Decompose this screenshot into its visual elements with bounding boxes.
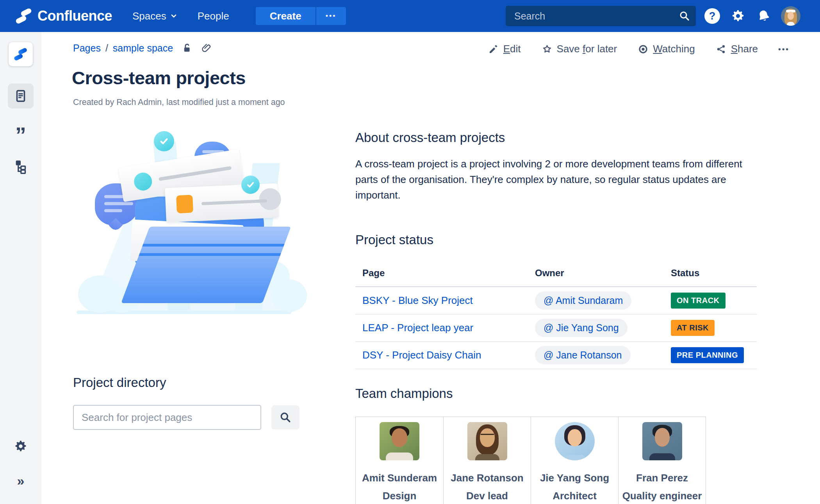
- status-badge: PRE PLANNING: [671, 347, 744, 363]
- status-badge: AT RISK: [671, 320, 715, 336]
- breadcrumb-space-link[interactable]: sample space: [113, 43, 173, 54]
- pages-icon: [13, 89, 28, 103]
- project-search-button[interactable]: [271, 405, 299, 429]
- project-status-heading: Project status: [355, 232, 433, 247]
- page-actions: Edit Save for later Watching Share •••: [488, 43, 790, 55]
- gear-icon: [730, 8, 746, 24]
- chevron-down-icon: [170, 12, 177, 20]
- member-role: Design: [383, 490, 417, 502]
- create-split-button: Create •••: [256, 7, 346, 25]
- member-role: Quality engineer: [622, 490, 702, 502]
- share-button[interactable]: Share: [715, 43, 758, 55]
- owner-mention-pill[interactable]: @ Amit Sundaram: [535, 291, 631, 310]
- member-photo: [555, 422, 595, 460]
- search-icon: [279, 411, 292, 424]
- page-byline: Created by Rach Admin, last modified jus…: [73, 98, 285, 107]
- people-label: People: [198, 10, 229, 22]
- member-photo: [467, 422, 507, 460]
- global-search[interactable]: [506, 6, 696, 26]
- check-circle-icon: [154, 131, 174, 151]
- double-chevron-right-icon: »: [17, 473, 25, 488]
- more-actions-button[interactable]: •••: [778, 45, 790, 53]
- column-header: Status: [671, 268, 757, 279]
- column-header: Owner: [535, 268, 671, 279]
- member-name: Amit Sunderam: [362, 472, 437, 484]
- quote-icon: ”: [15, 129, 26, 141]
- space-sidebar: ” »: [0, 32, 41, 504]
- project-status-table: Page Owner Status BSKY - Blue Sky Projec…: [355, 262, 757, 369]
- bell-icon: [755, 7, 773, 25]
- breadcrumb-pages-link[interactable]: Pages: [73, 43, 101, 54]
- member-photo: [642, 422, 682, 460]
- gear-icon: [13, 439, 28, 454]
- unlocked-icon[interactable]: [181, 42, 193, 54]
- global-search-input[interactable]: [506, 6, 696, 26]
- create-more-button[interactable]: •••: [316, 7, 346, 25]
- team-champions-heading: Team champions: [355, 386, 453, 401]
- sidebar-blog-button[interactable]: ”: [8, 119, 34, 142]
- table-row: BSKY - Blue Sky Project @ Amit Sundaram …: [355, 287, 757, 314]
- team-member-card: Jie Yang Song Architect: [531, 417, 618, 504]
- brand-name: Confluence: [37, 8, 112, 24]
- owner-mention-pill[interactable]: @ Jie Yang Song: [535, 319, 627, 337]
- edit-button[interactable]: Edit: [488, 43, 521, 55]
- team-member-card: Fran Perez Quality engineer: [618, 417, 706, 504]
- team-member-card: Jane Rotanson Dev lead: [443, 417, 531, 504]
- watching-button[interactable]: Watching: [637, 43, 695, 55]
- sidebar-pages-button[interactable]: [8, 83, 34, 108]
- spaces-menu[interactable]: Spaces: [132, 10, 177, 22]
- watching-eye-icon: [637, 43, 649, 55]
- breadcrumb: Pages / sample space: [73, 42, 212, 54]
- attachments-paperclip-icon[interactable]: [200, 42, 212, 54]
- spaces-label: Spaces: [132, 10, 166, 22]
- project-directory-heading: Project directory: [73, 375, 166, 390]
- page-title: Cross-team projects: [72, 67, 246, 89]
- member-role: Architect: [553, 490, 597, 502]
- user-avatar[interactable]: [781, 6, 800, 26]
- check-circle-icon: [241, 176, 260, 194]
- about-paragraph: A cross-team project is a project involv…: [355, 156, 758, 203]
- search-icon: [679, 10, 690, 22]
- settings-button[interactable]: [729, 7, 747, 25]
- create-button[interactable]: Create: [256, 7, 316, 25]
- project-page-link[interactable]: LEAP - Project leap year: [362, 322, 473, 334]
- sidebar-page-tree-button[interactable]: [8, 154, 34, 179]
- table-row: DSY - Project Daisy Chain @ Jane Rotanso…: [355, 342, 757, 369]
- table-header-row: Page Owner Status: [355, 262, 757, 287]
- member-role: Dev lead: [466, 490, 508, 502]
- confluence-space-logo-icon: [13, 47, 28, 62]
- project-page-link[interactable]: DSY - Project Daisy Chain: [362, 349, 481, 361]
- share-icon: [715, 43, 727, 55]
- save-for-later-button[interactable]: Save for later: [541, 43, 617, 55]
- member-photo: [380, 422, 419, 460]
- notifications-button[interactable]: [754, 7, 773, 25]
- team-champions-grid: Amit Sunderam Design Jane Rotanson Dev l…: [355, 417, 706, 504]
- document-card-shape: [165, 183, 279, 222]
- member-name: Fran Perez: [636, 472, 688, 484]
- member-name: Jane Rotanson: [451, 472, 523, 484]
- column-header: Page: [355, 268, 535, 279]
- confluence-logo-icon: [15, 7, 33, 25]
- about-heading: About cross-team projects: [355, 130, 505, 145]
- member-name: Jie Yang Song: [540, 472, 609, 484]
- help-icon: ?: [704, 8, 720, 24]
- project-page-link[interactable]: BSKY - Blue Sky Project: [362, 295, 473, 306]
- status-badge: ON TRACK: [671, 293, 726, 309]
- folder-icon: [121, 227, 291, 303]
- help-button[interactable]: ?: [703, 7, 722, 25]
- team-member-card: Amit Sunderam Design: [356, 417, 443, 504]
- star-icon: [541, 43, 553, 55]
- expand-sidebar-button[interactable]: »: [8, 468, 34, 493]
- page-illustration: [73, 120, 305, 316]
- top-navigation-bar: Confluence Spaces People Create ••• ?: [0, 0, 820, 32]
- confluence-home-link[interactable]: Confluence: [15, 7, 112, 25]
- space-settings-button[interactable]: [8, 434, 34, 459]
- owner-mention-pill[interactable]: @ Jane Rotanson: [535, 346, 631, 364]
- project-search-input[interactable]: [73, 405, 261, 430]
- project-directory-search: [73, 405, 299, 430]
- space-logo[interactable]: [9, 42, 33, 66]
- page-tree-icon: [13, 158, 29, 174]
- pencil-icon: [488, 43, 499, 55]
- table-row: LEAP - Project leap year @ Jie Yang Song…: [355, 314, 757, 342]
- people-link[interactable]: People: [198, 10, 229, 22]
